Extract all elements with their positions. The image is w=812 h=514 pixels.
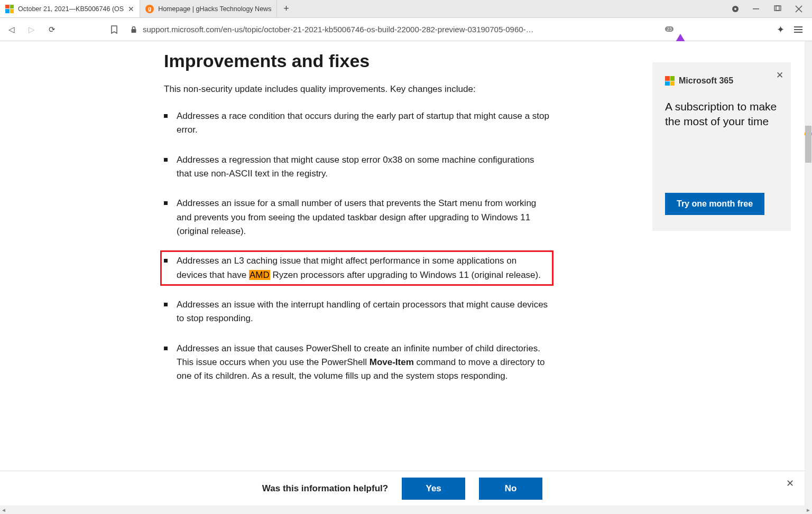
page-viewport: Improvements and fixes This non-security…	[0, 41, 805, 506]
svg-point-1	[734, 8, 736, 10]
ms-logo-icon	[665, 76, 675, 86]
close-window-icon[interactable]	[795, 5, 802, 13]
bat-icon[interactable]	[676, 25, 685, 34]
feedback-question: Was this information helpful?	[262, 483, 388, 494]
list-item: Addresses a race condition that occurs d…	[164, 109, 550, 137]
browser-toolbar: ◁ ▷ ⟳ support.microsoft.com/en-us/topic/…	[0, 18, 812, 41]
svg-rect-4	[776, 6, 781, 11]
reload-button[interactable]: ⟳	[45, 25, 58, 34]
feedback-no-button[interactable]: No	[479, 478, 542, 500]
browser-tab[interactable]: g Homepage | gHacks Technology News	[140, 0, 277, 17]
shields-badge: 23	[665, 26, 673, 32]
promo-card: ✕ Microsoft 365 A subscription to make t…	[652, 62, 791, 231]
svg-rect-3	[774, 6, 779, 11]
tab-close-icon[interactable]: ✕	[128, 5, 134, 13]
titlebar: October 21, 2021—KB5006746 (OS ✕ g Homep…	[0, 0, 812, 18]
close-icon[interactable]: ✕	[786, 478, 794, 489]
extensions-icon[interactable]: ✦	[774, 24, 787, 35]
window-controls	[722, 0, 812, 17]
list-item: Addresses an issue that causes PowerShel…	[164, 342, 550, 384]
feedback-yes-button[interactable]: Yes	[402, 478, 465, 500]
incognito-icon[interactable]	[732, 5, 739, 13]
fixes-list: Addresses a race condition that occurs d…	[164, 109, 550, 384]
promo-text: A subscription to make the most of your …	[665, 99, 778, 129]
section-intro: This non-security update includes qualit…	[164, 84, 550, 95]
text-fragment: Ryzen processors after upgrading to Wind…	[270, 270, 541, 280]
url-text: support.microsoft.com/en-us/topic/octobe…	[143, 25, 534, 34]
list-item-highlighted: Addresses an L3 caching issue that might…	[164, 254, 550, 282]
promo-brand: Microsoft 365	[665, 76, 778, 86]
new-tab-button[interactable]: +	[277, 0, 295, 17]
article-main: Improvements and fixes This non-security…	[164, 41, 550, 399]
tab-title: October 21, 2021—KB5006746 (OS	[18, 5, 124, 13]
minimize-icon[interactable]	[753, 5, 760, 13]
scroll-left-icon[interactable]: ◄	[1, 507, 6, 513]
svg-rect-5	[132, 29, 136, 33]
list-item: Addresses an issue with the interrupt ha…	[164, 298, 550, 326]
bookmark-icon[interactable]	[110, 25, 123, 34]
browser-tab-active[interactable]: October 21, 2021—KB5006746 (OS ✕	[0, 0, 140, 17]
feedback-bar: Was this information helpful? Yes No ✕	[0, 471, 805, 506]
svg-rect-2	[753, 8, 759, 10]
list-item: Addresses an issue for a small number of…	[164, 197, 550, 238]
forward-button[interactable]: ▷	[25, 25, 38, 34]
lock-icon	[130, 26, 137, 33]
text-bold: Move-Item	[370, 357, 414, 367]
ms-favicon	[5, 5, 14, 13]
back-button[interactable]: ◁	[5, 25, 18, 34]
section-heading: Improvements and fixes	[164, 51, 550, 71]
maximize-icon[interactable]	[774, 5, 781, 13]
close-icon[interactable]: ✕	[776, 70, 783, 81]
brand-label: Microsoft 365	[679, 76, 733, 86]
ghacks-favicon: g	[145, 5, 154, 13]
scroll-thumb[interactable]	[805, 126, 811, 163]
list-item: Addresses a regression that might cause …	[164, 153, 550, 181]
scroll-right-icon[interactable]: ►	[806, 507, 811, 513]
tab-title: Homepage | gHacks Technology News	[158, 5, 271, 13]
search-highlight: AMD	[249, 270, 270, 280]
address-bar[interactable]: support.microsoft.com/en-us/topic/octobe…	[130, 25, 661, 34]
promo-cta-button[interactable]: Try one month free	[665, 193, 764, 215]
menu-icon[interactable]	[794, 26, 807, 33]
vertical-scrollbar[interactable]	[805, 41, 812, 506]
horizontal-scrollbar[interactable]: ◄ ►	[0, 506, 812, 514]
